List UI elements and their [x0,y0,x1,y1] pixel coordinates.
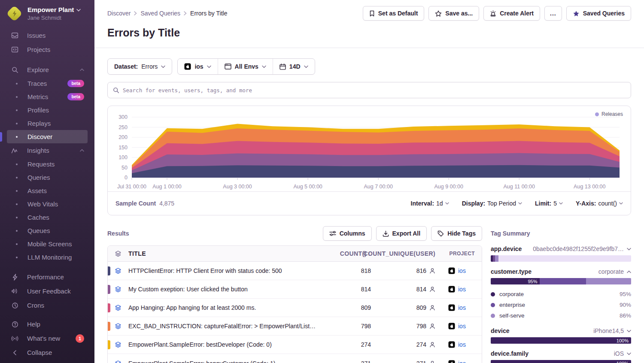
sidebar-item-crons[interactable]: Crons [7,298,88,312]
sidebar-item-queues[interactable]: Queues [7,224,88,237]
sidebar-collapse-button[interactable]: Collapse [7,345,88,360]
releases-legend-label: Releases [601,111,623,117]
sidebar-item-replays[interactable]: Replays [7,117,88,130]
sidebar-item-traces[interactable]: Traces beta [7,77,88,90]
sidebar-item-projects[interactable]: Projects [7,42,88,57]
column-header-project[interactable]: PROJECT [435,251,482,257]
help-icon [11,321,18,328]
limit-selector[interactable]: Limit: 5 [535,200,563,207]
tag-distribution-bar[interactable]: 100% [491,360,631,363]
sidebar-item-caches[interactable]: Caches [7,211,88,224]
row-count: 809 [332,304,371,311]
sidebar-item-web-vitals[interactable]: Web Vitals [7,197,88,211]
row-count-unique: 814 [416,286,426,293]
tag-distribution-bar[interactable] [491,255,631,262]
project-link[interactable]: ios [458,286,466,293]
tag-legend-item[interactable]: self-serve 86% [491,310,631,321]
breadcrumb-saved-queries[interactable]: Saved Queries [140,10,180,17]
releases-legend-dot [595,112,599,116]
save-as-button[interactable]: Save as... [428,6,479,21]
stack-icon [108,250,128,257]
more-options-button[interactable]: ... [544,6,562,21]
chevron-down-icon [76,9,81,12]
environment-filter-value: All Envs [235,63,258,70]
row-count: 798 [332,323,371,330]
tag-distribution-bar[interactable]: 95% [491,278,631,284]
tag-value-toggle[interactable]: corporate [598,268,631,275]
stack-icon[interactable] [108,286,128,293]
table-row[interactable]: EXC_BAD_INSTRUCTION: captureFatalError: … [108,317,482,336]
sidebar-item-profiles[interactable]: Profiles [7,103,88,117]
page-filter-group: ios All Envs 14D [177,58,315,75]
sidebar-item-llm-monitoring[interactable]: LLM Monitoring [7,251,88,264]
sidebar-item-whats-new[interactable]: What's new 1 [7,331,88,345]
project-link[interactable]: ios [458,360,466,363]
table-row[interactable]: HTTPClientError: HTTP Client Error with … [108,262,482,280]
project-link[interactable]: ios [458,323,466,330]
saved-queries-button[interactable]: Saved Queries [566,6,631,21]
svg-text:Aug 5 00:00: Aug 5 00:00 [293,184,322,190]
stack-icon[interactable] [108,341,128,348]
table-row[interactable]: App Hanging: App hanging for at least 20… [108,299,482,317]
interval-selector[interactable]: Interval: 1d [411,200,449,207]
dataset-selector[interactable]: Dataset: Errors [107,58,172,75]
set-as-default-button[interactable]: Set as Default [363,6,425,21]
stack-icon[interactable] [108,360,128,363]
sidebar-section-insights[interactable]: Insights [7,143,88,157]
stack-icon[interactable] [108,267,128,274]
project-link[interactable]: ios [458,304,466,311]
bullet-icon [16,83,18,85]
control-label: Limit: [535,200,551,207]
chart-legend[interactable]: Releases [595,111,623,117]
stack-icon[interactable] [108,304,128,311]
tag-distribution-bar[interactable]: 100% [491,337,631,344]
create-alert-button[interactable]: Create Alert [483,6,540,21]
column-header-title[interactable]: TITLE [128,250,332,257]
sidebar-item-label: Performance [27,273,64,281]
table-row[interactable]: EmpowerPlant.SampleError: happyCustomer … [108,354,482,363]
org-switcher[interactable]: Empower Plant Jane Schmidt [0,0,94,28]
column-header-count-unique[interactable]: COUNT_UNIQUE(USER) [371,250,435,257]
search-input[interactable] [123,82,626,98]
columns-button[interactable]: Columns [323,226,372,241]
environment-filter[interactable]: All Envs [218,59,273,74]
sidebar-item-mobile-screens[interactable]: Mobile Screens [7,237,88,251]
export-all-button[interactable]: Export All [376,226,427,241]
sidebar-item-requests[interactable]: Requests [7,157,88,171]
sidebar-item-label: Help [27,321,40,328]
bullet-icon [16,96,18,98]
sidebar-item-assets[interactable]: Assets [7,184,88,197]
stack-icon[interactable] [108,323,128,330]
date-range-filter[interactable]: 14D [273,59,315,74]
sidebar: Empower Plant Jane Schmidt Issues Projec… [0,0,94,363]
project-link[interactable]: ios [458,267,466,274]
table-row[interactable]: EmpowerPlant.SampleError: bestDeveloper … [108,336,482,354]
sidebar-item-discover[interactable]: Discover [7,130,88,143]
sidebar-item-help[interactable]: Help [7,317,88,331]
tag-value-toggle[interactable]: iOS [614,350,631,357]
breadcrumb-discover[interactable]: Discover [107,10,131,17]
project-filter[interactable]: ios [178,59,217,74]
svg-text:300: 300 [118,114,128,120]
results-heading: Results [107,230,129,237]
chevron-left-icon [11,350,18,355]
sidebar-item-issues[interactable]: Issues [7,28,88,42]
tag-legend-item[interactable]: enterprise 90% [491,299,631,310]
lightning-icon [11,274,18,281]
sidebar-section-explore[interactable]: Explore [7,63,88,77]
sidebar-item-user-feedback[interactable]: User Feedback [7,284,88,298]
table-row[interactable]: My Custom exeption: User clicked the but… [108,280,482,299]
sidebar-item-queries[interactable]: Queries [7,171,88,184]
hide-tags-button[interactable]: Hide Tags [431,226,482,241]
tag-legend-item[interactable]: corporate 95% [491,289,631,299]
y-axis-selector[interactable]: Y-Axis: count() [576,200,623,207]
star-icon [435,10,442,17]
ellipsis-icon: ... [550,10,556,17]
sidebar-item-metrics[interactable]: Metrics beta [7,90,88,103]
sidebar-item-performance[interactable]: Performance [7,270,88,284]
tag-value-toggle[interactable]: 0baebc0de4982f1255f2e9e9fb7… [533,245,631,252]
breadcrumb-current: Errors by Title [190,10,227,17]
tag-value-toggle[interactable]: iPhone14,5 [593,327,631,334]
display-selector[interactable]: Display: Top Period [462,200,522,207]
project-link[interactable]: ios [458,341,466,348]
